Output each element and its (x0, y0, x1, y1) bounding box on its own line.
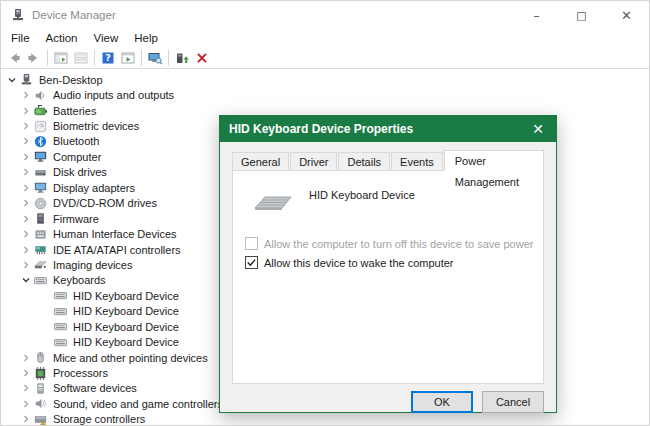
close-button[interactable]: ✕ (604, 1, 649, 29)
titlebar: Device Manager – ◻ ✕ (1, 1, 649, 29)
toolbar-separator (94, 50, 95, 66)
svg-text:?: ? (105, 52, 111, 63)
monitor-icon (33, 150, 48, 164)
disk-icon (33, 165, 48, 179)
action-pane-icon[interactable] (118, 49, 138, 67)
dialog-titlebar: HID Keyboard Device Properties ✕ (220, 116, 556, 142)
mouse-icon (33, 351, 48, 365)
chevron-right-icon[interactable] (19, 150, 33, 164)
checkbox-label: Allow this device to wake the computer (264, 257, 454, 269)
imaging-icon (33, 258, 48, 272)
dialog-buttons: OK Cancel (220, 391, 544, 413)
tab-events[interactable]: Events (391, 152, 443, 170)
display-icon (33, 181, 48, 195)
chevron-right-icon[interactable] (19, 134, 33, 148)
bluetooth-icon (33, 134, 48, 148)
tree-item-label: IDE ATA/ATAPI controllers (53, 244, 181, 256)
chevron-down-icon[interactable] (5, 73, 19, 87)
tree-item-label: Bluetooth (53, 135, 99, 147)
checkbox-checked-icon[interactable] (245, 256, 258, 269)
chevron-spacer (39, 335, 53, 349)
power-management-panel: HID Keyboard Device Allow the computer t… (232, 170, 544, 384)
audio-icon (33, 88, 48, 102)
menu-bar: FileActionViewHelp (1, 29, 649, 47)
chevron-right-icon[interactable] (19, 243, 33, 257)
toolbar: ? (1, 47, 649, 69)
chevron-right-icon[interactable] (19, 258, 33, 272)
checkbox-label: Allow the computer to turn off this devi… (264, 238, 533, 250)
checkbox-unchecked-icon (245, 237, 258, 250)
firmware-icon (33, 212, 48, 226)
uninstall-icon[interactable] (192, 49, 212, 67)
tree-item-label: HID Keyboard Device (73, 321, 179, 333)
keyboard-icon (53, 304, 68, 318)
menu-file[interactable]: File (3, 30, 38, 46)
forward-icon[interactable] (24, 49, 44, 67)
tree-item-label: DVD/CD-ROM drives (53, 197, 157, 209)
minimize-button[interactable]: – (514, 1, 559, 29)
device-manager-window: Device Manager – ◻ ✕ FileActionViewHelp … (0, 0, 650, 426)
tree-item-label: Disk drives (53, 166, 107, 178)
toolbar-separator (47, 50, 48, 66)
ok-button[interactable]: OK (411, 391, 473, 413)
tree-item-label: HID Keyboard Device (73, 290, 179, 302)
show-console-tree-icon[interactable] (51, 49, 71, 67)
chevron-right-icon[interactable] (19, 88, 33, 102)
dialog-close-button[interactable]: ✕ (520, 116, 556, 142)
tab-power-management[interactable]: Power Management (444, 150, 544, 171)
chevron-right-icon[interactable] (19, 381, 33, 395)
tab-driver[interactable]: Driver (290, 152, 337, 170)
chevron-right-icon[interactable] (19, 104, 33, 118)
tree-item-label: HID Keyboard Device (73, 336, 179, 348)
update-driver-icon[interactable] (172, 49, 192, 67)
toolbar-separator (168, 50, 169, 66)
device-manager-icon (10, 7, 26, 23)
chevron-right-icon[interactable] (19, 412, 33, 426)
menu-help[interactable]: Help (126, 30, 166, 46)
menu-action[interactable]: Action (38, 30, 86, 46)
tree-item-label: Keyboards (53, 274, 106, 286)
sound-icon (33, 397, 48, 411)
tree-item-label: HID Keyboard Device (73, 305, 179, 317)
keyboard-icon (53, 335, 68, 349)
tree-item[interactable]: Audio inputs and outputs (1, 87, 649, 102)
cancel-button[interactable]: Cancel (482, 391, 544, 413)
dvd-icon (33, 196, 48, 210)
ide-icon (33, 243, 48, 257)
tab-general[interactable]: General (232, 152, 289, 170)
properties-icon[interactable] (71, 49, 91, 67)
chevron-right-icon[interactable] (19, 119, 33, 133)
tree-item-label: Storage controllers (53, 413, 145, 425)
scan-hardware-icon[interactable] (145, 49, 165, 67)
chevron-right-icon[interactable] (19, 366, 33, 380)
chevron-right-icon[interactable] (19, 351, 33, 365)
keyboard-photo-icon (249, 189, 295, 213)
tree-item[interactable]: Storage controllers (1, 412, 649, 426)
processor-icon (33, 366, 48, 380)
computer-icon (19, 73, 34, 87)
tree-item-label: Mice and other pointing devices (53, 352, 208, 364)
tab-details[interactable]: Details (338, 152, 390, 170)
back-icon[interactable] (4, 49, 24, 67)
chevron-right-icon[interactable] (19, 227, 33, 241)
checkbox-row: Allow the computer to turn off this devi… (245, 237, 533, 250)
tree-item-label: Ben-Desktop (39, 74, 103, 86)
tree-item[interactable]: Ben-Desktop (1, 72, 649, 87)
chevron-down-icon[interactable] (19, 273, 33, 287)
software-icon (33, 381, 48, 395)
checkbox-row: Allow this device to wake the computer (245, 256, 533, 269)
chevron-right-icon[interactable] (19, 212, 33, 226)
chevron-right-icon[interactable] (19, 397, 33, 411)
dialog-tabs: GeneralDriverDetailsEventsPower Manageme… (232, 150, 544, 170)
chevron-right-icon[interactable] (19, 181, 33, 195)
tree-item-label: Processors (53, 367, 108, 379)
keyboard-icon (33, 273, 48, 287)
menu-view[interactable]: View (86, 30, 127, 46)
help-icon[interactable]: ? (98, 49, 118, 67)
window-title: Device Manager (32, 9, 514, 21)
chevron-right-icon[interactable] (19, 196, 33, 210)
maximize-button[interactable]: ◻ (559, 1, 604, 29)
biometric-icon (33, 119, 48, 133)
tree-item-label: Display adapters (53, 182, 135, 194)
chevron-right-icon[interactable] (19, 165, 33, 179)
